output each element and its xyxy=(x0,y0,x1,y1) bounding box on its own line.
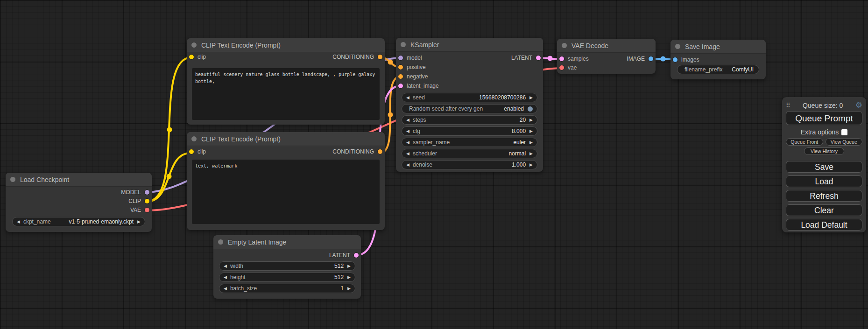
increment-icon[interactable]: ▶ xyxy=(529,129,533,133)
conditioning-output-socket[interactable] xyxy=(378,149,382,154)
prompt-text-area[interactable]: beautiful scenery nature glass bottle la… xyxy=(192,68,380,120)
widget-value: normal xyxy=(508,150,526,157)
model-output-socket[interactable] xyxy=(145,190,149,195)
sampler-name-widget[interactable]: ◀ sampler_name euler ▶ xyxy=(402,138,537,147)
widget-value: 8.000 xyxy=(512,128,526,134)
view-queue-button[interactable]: View Queue xyxy=(826,138,863,146)
clip-input-label: clip xyxy=(198,148,206,155)
increment-icon[interactable]: ▶ xyxy=(529,96,533,100)
height-widget[interactable]: ◀ height 512 ▶ xyxy=(219,273,355,282)
latent-output-label: LATENT xyxy=(511,55,532,61)
queue-prompt-button[interactable]: Queue Prompt xyxy=(786,111,862,125)
widget-value: enabled xyxy=(504,105,524,112)
decrement-icon[interactable]: ◀ xyxy=(406,152,409,156)
decrement-icon[interactable]: ◀ xyxy=(406,96,409,100)
samples-input-socket[interactable] xyxy=(559,56,564,61)
node-titlebar[interactable]: KSampler xyxy=(396,38,543,52)
clip-input-socket[interactable] xyxy=(189,149,194,154)
prev-value-icon[interactable]: ◀ xyxy=(17,220,20,224)
decrement-icon[interactable]: ◀ xyxy=(406,129,409,133)
refresh-button[interactable]: Refresh xyxy=(786,190,862,202)
images-input-label: images xyxy=(681,56,699,63)
images-input-socket[interactable] xyxy=(673,57,677,62)
filename-prefix-widget[interactable]: filename_prefix ComfyUI xyxy=(677,65,759,74)
latent-output-socket[interactable] xyxy=(354,253,359,258)
clear-button[interactable]: Clear xyxy=(786,204,862,216)
increment-icon[interactable]: ▶ xyxy=(347,264,351,268)
seed-widget[interactable]: ◀ seed 156680208700286 ▶ xyxy=(402,93,537,102)
collapse-dot-icon[interactable] xyxy=(191,42,197,48)
node-save-image[interactable]: Save Image images filename_prefix ComfyU… xyxy=(670,40,766,79)
node-clip-text-encode-negative[interactable]: CLIP Text Encode (Prompt) clip CONDITION… xyxy=(187,132,385,230)
negative-input-socket[interactable] xyxy=(398,74,403,79)
widget-label: seed xyxy=(413,94,425,101)
node-titlebar[interactable]: CLIP Text Encode (Prompt) xyxy=(187,38,385,52)
node-titlebar[interactable]: Save Image xyxy=(670,40,766,54)
queue-panel[interactable]: ⠿ Queue size: 0 ⚙ Queue Prompt Extra opt… xyxy=(782,97,866,232)
image-output-socket[interactable] xyxy=(649,56,653,61)
widget-value: 20 xyxy=(520,117,526,123)
drag-handle-icon[interactable]: ⠿ xyxy=(786,102,790,109)
node-ksampler[interactable]: KSampler model LATENT positive negative … xyxy=(396,38,543,172)
model-input-socket[interactable] xyxy=(398,56,403,60)
decrement-icon[interactable]: ◀ xyxy=(406,118,409,122)
increment-icon[interactable]: ▶ xyxy=(347,287,351,291)
decrement-icon[interactable]: ◀ xyxy=(224,275,227,280)
increment-icon[interactable]: ▶ xyxy=(529,118,533,122)
toggle-knob-icon[interactable] xyxy=(528,106,533,112)
view-history-button[interactable]: View History xyxy=(804,147,844,155)
increment-icon[interactable]: ▶ xyxy=(529,152,533,156)
node-titlebar[interactable]: CLIP Text Encode (Prompt) xyxy=(187,132,385,146)
positive-input-socket[interactable] xyxy=(398,65,403,70)
decrement-icon[interactable]: ◀ xyxy=(406,163,409,167)
node-load-checkpoint[interactable]: Load Checkpoint MODEL CLIP VAE ◀ ckpt_na… xyxy=(6,173,152,232)
queue-front-button[interactable]: Queue Front xyxy=(786,138,823,146)
node-vae-decode[interactable]: VAE Decode samples IMAGE vae xyxy=(557,39,656,74)
node-titlebar[interactable]: Empty Latent Image xyxy=(213,235,361,249)
prompt-text-area[interactable]: text, watermark xyxy=(192,160,380,224)
random-seed-toggle-widget[interactable]: Random seed after every gen enabled xyxy=(402,104,537,113)
clip-input-socket[interactable] xyxy=(189,55,194,59)
load-button[interactable]: Load xyxy=(786,175,862,187)
collapse-dot-icon[interactable] xyxy=(562,43,567,48)
denoise-widget[interactable]: ◀ denoise 1.000 ▶ xyxy=(402,160,537,169)
node-title: CLIP Text Encode (Prompt) xyxy=(201,42,281,49)
samples-input-label: samples xyxy=(568,56,589,62)
collapse-dot-icon[interactable] xyxy=(191,136,197,141)
collapse-dot-icon[interactable] xyxy=(218,239,223,245)
node-titlebar[interactable]: Load Checkpoint xyxy=(6,173,152,187)
conditioning-output-label: CONDITIONING xyxy=(332,54,374,60)
settings-gear-icon[interactable]: ⚙ xyxy=(855,101,862,109)
decrement-icon[interactable]: ◀ xyxy=(224,287,227,291)
conditioning-output-socket[interactable] xyxy=(378,55,382,59)
vae-input-socket[interactable] xyxy=(559,65,564,70)
clip-output-label: CLIP xyxy=(128,198,141,204)
extra-options-checkbox[interactable] xyxy=(841,129,847,135)
increment-icon[interactable]: ▶ xyxy=(529,140,533,145)
latent-image-input-socket[interactable] xyxy=(398,84,403,88)
decrement-icon[interactable]: ◀ xyxy=(224,264,227,268)
increment-icon[interactable]: ▶ xyxy=(529,163,533,167)
ckpt-name-widget[interactable]: ◀ ckpt_name v1-5-pruned-emaonly.ckpt ▶ xyxy=(12,217,145,226)
node-titlebar[interactable]: VAE Decode xyxy=(557,39,656,53)
collapse-dot-icon[interactable] xyxy=(401,42,406,47)
steps-widget[interactable]: ◀ steps 20 ▶ xyxy=(402,115,537,125)
vae-output-socket[interactable] xyxy=(145,208,149,212)
latent-output-socket[interactable] xyxy=(536,56,541,60)
scheduler-widget[interactable]: ◀ scheduler normal ▶ xyxy=(402,149,537,158)
clip-output-socket[interactable] xyxy=(145,199,149,203)
node-clip-text-encode-positive[interactable]: CLIP Text Encode (Prompt) clip CONDITION… xyxy=(187,38,385,125)
width-widget[interactable]: ◀ width 512 ▶ xyxy=(219,261,355,271)
increment-icon[interactable]: ▶ xyxy=(347,275,351,280)
collapse-dot-icon[interactable] xyxy=(675,44,680,49)
batch-size-widget[interactable]: ◀ batch_size 1 ▶ xyxy=(219,284,355,293)
decrement-icon[interactable]: ◀ xyxy=(406,140,409,145)
comfyui-canvas[interactable]: { "icons": { "left_arrow": "◀", "right_a… xyxy=(0,0,868,329)
collapse-dot-icon[interactable] xyxy=(10,177,15,182)
node-empty-latent-image[interactable]: Empty Latent Image LATENT ◀ width 512 ▶ … xyxy=(213,235,361,299)
save-button[interactable]: Save xyxy=(786,161,862,173)
cfg-widget[interactable]: ◀ cfg 8.000 ▶ xyxy=(402,126,537,136)
load-default-button[interactable]: Load Default xyxy=(786,219,862,231)
model-output-label: MODEL xyxy=(121,189,141,196)
next-value-icon[interactable]: ▶ xyxy=(137,220,141,224)
